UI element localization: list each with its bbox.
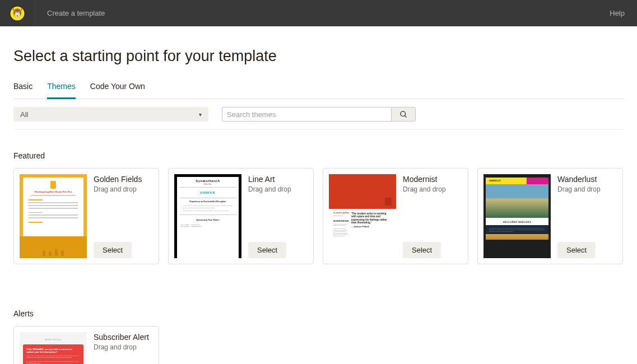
- tab-themes[interactable]: Themes: [47, 82, 76, 99]
- thumb-text: 'The modern artist is working with space…: [351, 212, 392, 225]
- thumb-text: SECLUDED BEACHES: [487, 221, 547, 223]
- select-button[interactable]: Select: [557, 242, 596, 258]
- svg-point-7: [16, 15, 18, 16]
- search-icon: [399, 110, 408, 119]
- thumb-text: MODERNISM: [333, 220, 349, 222]
- thumb-text: Learning Series # 4: [333, 215, 349, 217]
- template-title: Line Art: [248, 174, 308, 184]
- content: Select a starting point for your templat…: [0, 26, 637, 364]
- featured-grid: Thanksgiving Beer Dinner Prix Fixe Golde…: [13, 168, 624, 264]
- thumb-text: SynæsthesiA: [177, 177, 239, 183]
- template-card: SynæsthesiA World Tour UNMAN Experience …: [168, 168, 314, 264]
- thumb-text: UNMAN: [179, 188, 236, 198]
- template-title: Wanderlust: [557, 174, 617, 184]
- mailchimp-icon: [10, 6, 25, 21]
- template-thumb[interactable]: SynæsthesiA World Tour UNMAN Experience …: [174, 174, 241, 258]
- svg-point-2: [15, 12, 20, 17]
- search-button[interactable]: [391, 107, 416, 122]
- svg-point-5: [15, 12, 16, 12]
- alerts-grid: NEWSTETICS Hello *|FNAME|*, can you take…: [13, 326, 624, 364]
- svg-point-8: [400, 111, 405, 116]
- template-subtitle: Drag and drop: [94, 185, 153, 193]
- template-subtitle: Drag and drop: [94, 343, 153, 351]
- template-thumb[interactable]: m-square gallery Learning Series # 4 MOD…: [329, 174, 396, 258]
- select-button[interactable]: Select: [403, 242, 441, 258]
- svg-point-6: [18, 12, 18, 12]
- thumb-text: World Tour: [179, 183, 236, 188]
- topbar: Create a template Help: [0, 0, 637, 26]
- search-input[interactable]: [222, 107, 391, 122]
- category-select-label: All: [20, 110, 28, 119]
- tab-code-your-own[interactable]: Code Your Own: [90, 82, 145, 99]
- template-card: Thanksgiving Beer Dinner Prix Fixe Golde…: [13, 168, 159, 264]
- filter-row: All ▾: [13, 99, 624, 130]
- template-card: m-square gallery Learning Series # 4 MOD…: [323, 168, 468, 264]
- select-button[interactable]: Select: [94, 242, 132, 258]
- page-title: Select a starting point for your templat…: [13, 26, 624, 82]
- category-select[interactable]: All ▾: [13, 107, 208, 122]
- thumb-text: WANDERLUST: [486, 180, 501, 182]
- thumb-text: Hello *|FNAME|*, can you take a moment t…: [26, 348, 80, 353]
- template-card: WANDERLUST THE PLANET'S TOP FASCINATING …: [477, 168, 623, 264]
- template-title: Golden Fields: [94, 174, 153, 184]
- section-title-featured: Featured: [13, 130, 624, 168]
- thumb-text: Experience an Existentialist Disruption: [177, 198, 239, 205]
- thumb-text: m-square gallery: [333, 212, 349, 214]
- topbar-title: Create a template: [35, 9, 105, 17]
- template-subtitle: Drag and drop: [248, 185, 308, 193]
- chevron-down-icon: ▾: [199, 111, 202, 118]
- select-button[interactable]: Select: [248, 242, 286, 258]
- search-wrap: [222, 107, 416, 122]
- tab-basic[interactable]: Basic: [13, 82, 32, 99]
- logo[interactable]: [0, 0, 35, 26]
- thumb-text: NEWSTETICS: [23, 335, 83, 344]
- section-title-alerts: Alerts: [13, 264, 624, 326]
- svg-line-9: [404, 115, 406, 117]
- template-card: NEWSTETICS Hello *|FNAME|*, can you take…: [13, 326, 159, 364]
- help-link[interactable]: Help: [610, 9, 637, 17]
- template-subtitle: Drag and drop: [557, 185, 617, 193]
- template-thumb[interactable]: NEWSTETICS Hello *|FNAME|*, can you take…: [20, 332, 87, 364]
- template-thumb[interactable]: WANDERLUST THE PLANET'S TOP FASCINATING …: [483, 174, 551, 258]
- thumb-text: Thanksgiving Beer Dinner Prix Fixe: [25, 191, 81, 193]
- tabs: Basic Themes Code Your Own: [13, 82, 624, 99]
- template-title: Subscriber Alert: [94, 332, 153, 342]
- thumb-text: — Jackson Pollock: [351, 226, 392, 228]
- template-title: Modernist: [403, 174, 462, 184]
- template-thumb[interactable]: Thanksgiving Beer Dinner Prix Fixe: [20, 174, 87, 258]
- template-subtitle: Drag and drop: [403, 185, 462, 193]
- topbar-left: Create a template: [0, 0, 105, 26]
- thumb-text: Upcoming Tour Dates: [179, 214, 236, 222]
